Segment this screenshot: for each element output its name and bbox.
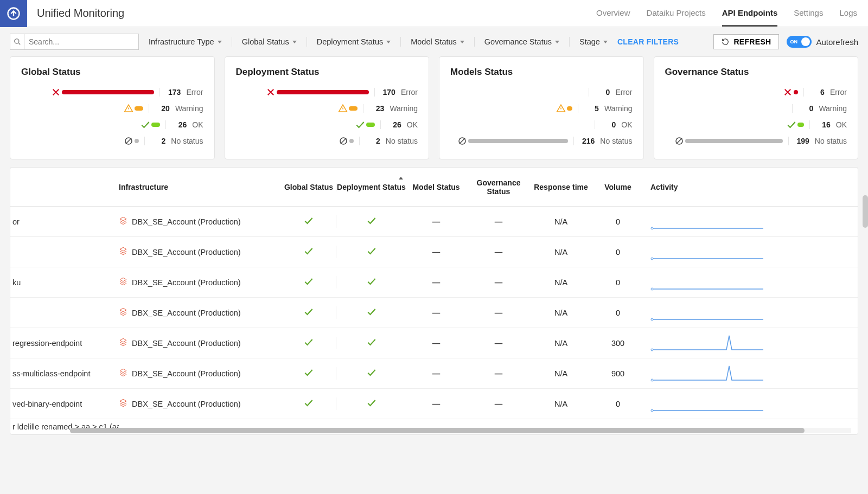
filter-deployment-status[interactable]: Deployment Status	[315, 37, 393, 46]
cell-volume: 0	[591, 400, 645, 408]
th-infrastructure[interactable]: Infrastructure	[119, 183, 282, 191]
table-row[interactable]: DBX_SE_Account (Production)——N/A0	[10, 237, 858, 267]
search-input[interactable]	[24, 35, 138, 49]
check-icon	[366, 401, 377, 410]
status-count: 216	[579, 137, 595, 145]
th-volume[interactable]: Volume	[591, 183, 645, 191]
cell-response-time: N/A	[531, 400, 591, 408]
status-card-deployment-status: Deployment Status170Error23Warning26OK2N…	[225, 56, 430, 159]
cell-response-time: N/A	[531, 369, 591, 378]
table-row[interactable]: DBX_SE_Account (Production)——N/A0	[10, 298, 858, 328]
status-label: Error	[401, 88, 418, 97]
check-icon	[139, 119, 151, 130]
cell-infra: DBX_SE_Account (Production)	[119, 368, 282, 378]
table-row[interactable]: regression-endpointDBX_SE_Account (Produ…	[10, 328, 858, 358]
vertical-scrollbar[interactable]	[863, 195, 868, 228]
horizontal-scrollbar[interactable]	[70, 428, 851, 433]
cell-infra: DBX_SE_Account (Production)	[119, 247, 282, 257]
nav-overview[interactable]: Overview	[596, 0, 630, 27]
status-count: 16	[815, 120, 831, 129]
cell-model-status: —	[406, 278, 466, 287]
infra-icon	[119, 399, 127, 409]
table-row[interactable]: ss-multiclass-endpointDBX_SE_Account (Pr…	[10, 358, 858, 389]
status-count: 26	[171, 120, 187, 129]
cell-deploy-status	[336, 367, 406, 380]
filter-stage[interactable]: Stage	[577, 37, 610, 46]
filter-model-status[interactable]: Model Status	[409, 37, 467, 46]
svg-point-6	[651, 227, 653, 229]
cell-name: ss-multiclass-endpoint	[10, 369, 119, 378]
status-label: No status	[815, 137, 847, 145]
caret-down-icon	[603, 41, 608, 43]
infra-icon	[119, 307, 127, 318]
th-response-time[interactable]: Response time	[531, 183, 591, 191]
cell-activity	[645, 211, 764, 232]
table-row[interactable]: kuDBX_SE_Account (Production)——N/A0	[10, 267, 858, 298]
status-row: 0Error	[450, 86, 633, 98]
nav-dataiku-projects[interactable]: Dataiku Projects	[647, 0, 706, 27]
caret-down-icon	[386, 41, 391, 43]
empty-set-icon	[123, 136, 135, 146]
cell-global-status	[282, 246, 336, 258]
nav-api-endpoints[interactable]: API Endpoints	[722, 0, 778, 27]
refresh-button[interactable]: REFRESH	[713, 34, 779, 49]
cell-activity	[645, 272, 764, 293]
th-governance-status[interactable]: Governance Status	[466, 178, 531, 196]
table-row[interactable]: ved-binary-endpointDBX_SE_Account (Produ…	[10, 389, 858, 419]
th-deployment-status[interactable]: Deployment Status	[336, 183, 406, 191]
cell-gov-status: —	[466, 278, 531, 287]
status-row: 6Error	[665, 86, 847, 98]
cell-infra: DBX_SE_Account (Production)	[119, 399, 282, 409]
status-count: 6	[809, 88, 825, 97]
filter-governance-status[interactable]: Governance Status	[482, 37, 561, 46]
sort-asc-icon	[399, 177, 403, 179]
svg-point-10	[651, 288, 653, 290]
status-count: 5	[584, 104, 599, 113]
cell-infra: DBX_SE_Account (Production)	[119, 277, 282, 287]
autorefresh-toggle[interactable]: ON Autorefresh	[787, 36, 858, 48]
clear-filters-button[interactable]: CLEAR FILTERS	[617, 37, 679, 46]
status-label: OK	[621, 120, 632, 129]
cell-response-time: N/A	[531, 339, 591, 348]
status-count: 2	[365, 137, 380, 145]
status-card-global-status: Global Status173Error20Warning26OK2No st…	[10, 56, 215, 159]
status-row: 16OK	[665, 119, 847, 131]
check-icon	[366, 371, 377, 380]
empty-set-icon	[456, 136, 468, 146]
cell-model-status: —	[406, 400, 466, 408]
th-model-status[interactable]: Model Status	[406, 183, 466, 191]
cell-volume: 900	[591, 369, 645, 378]
card-title: Models Status	[450, 67, 633, 78]
status-label: Error	[186, 88, 203, 97]
status-count: 199	[794, 137, 809, 145]
th-activity[interactable]: Activity	[645, 183, 764, 191]
cell-activity	[645, 332, 764, 354]
card-title: Global Status	[21, 67, 203, 78]
nav-logs[interactable]: Logs	[839, 0, 857, 27]
status-label: Warning	[604, 104, 633, 113]
cell-global-status	[282, 397, 336, 410]
filter-infrastructure-type[interactable]: Infrastructure Type	[146, 37, 224, 46]
card-title: Governance Status	[665, 67, 847, 78]
th-global-status[interactable]: Global Status	[282, 183, 336, 191]
check-icon	[303, 371, 314, 380]
svg-point-14	[651, 349, 653, 351]
nav-settings[interactable]: Settings	[794, 0, 823, 27]
cell-gov-status: —	[466, 339, 531, 348]
table-row[interactable]: orDBX_SE_Account (Production)——N/A0	[10, 207, 858, 237]
table-header: Infrastructure Global Status Deployment …	[10, 168, 858, 207]
cell-activity	[645, 241, 764, 262]
cell-model-status: —	[406, 339, 466, 348]
cell-name: ku	[10, 278, 119, 287]
status-count: 0	[595, 88, 610, 97]
check-icon	[303, 280, 314, 288]
app-logo[interactable]	[0, 0, 27, 27]
status-label: Warning	[390, 104, 418, 113]
status-label: Error	[615, 88, 632, 97]
cell-gov-status: —	[466, 369, 531, 378]
check-icon	[366, 249, 377, 258]
infra-icon	[119, 277, 127, 287]
filter-global-status[interactable]: Global Status	[240, 37, 299, 46]
x-icon	[782, 87, 794, 97]
status-count: 170	[380, 88, 395, 97]
